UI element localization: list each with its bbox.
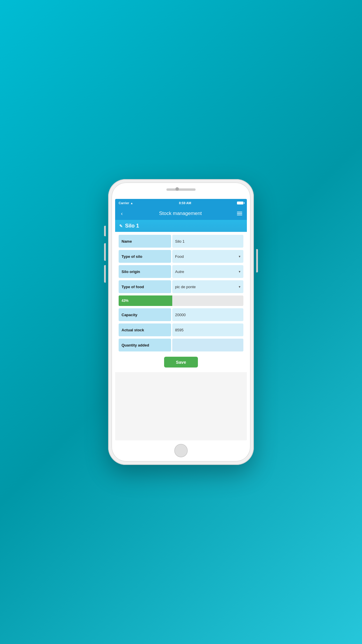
form-row-name: Name Silo 1 [119, 235, 243, 248]
screen: Carrier ▲ 8:59 AM ‹ Stock management ✎ [115, 199, 247, 440]
carrier-label: Carrier [119, 201, 129, 205]
type-of-food-label: Type of food [122, 285, 144, 289]
phone-body: Carrier ▲ 8:59 AM ‹ Stock management ✎ [112, 183, 250, 461]
menu-line-3 [237, 215, 242, 215]
back-button[interactable]: ‹ [119, 209, 124, 218]
silo-origin-value: Autre [175, 270, 184, 274]
section-title: Silo 1 [125, 223, 139, 229]
side-button-vol-down [104, 265, 106, 283]
side-button-power [256, 249, 258, 272]
form-row-type-of-silo: Type of silo Food ▼ [119, 250, 243, 263]
type-of-food-chevron-down-icon: ▼ [238, 285, 241, 288]
progress-bar-row: 43% [119, 295, 243, 306]
edit-icon: ✎ [119, 224, 123, 228]
phone-speaker [166, 188, 196, 191]
save-button[interactable]: Save [164, 357, 198, 368]
battery-icon [237, 202, 243, 204]
nav-bar: ‹ Stock management [115, 207, 247, 220]
name-label: Name [122, 239, 132, 244]
save-row: Save [119, 354, 243, 369]
side-button-mute [104, 226, 106, 236]
actual-stock-value: 8595 [175, 328, 184, 332]
type-of-silo-label-cell: Type of silo [119, 250, 171, 263]
name-value: Silo 1 [175, 239, 185, 244]
type-of-silo-label: Type of silo [122, 254, 142, 259]
quantity-added-label: Quantity added [122, 343, 149, 347]
form-row-silo-origin: Silo origin Autre ▼ [119, 265, 243, 278]
actual-stock-value-cell[interactable]: 8595 [172, 323, 243, 336]
capacity-label-cell: Capacity [119, 308, 171, 321]
type-of-food-value: pic de ponte [175, 285, 196, 289]
menu-line-2 [237, 213, 242, 214]
form-content: Name Silo 1 Type of silo Food ▼ [115, 232, 247, 372]
name-label-cell: Name [119, 235, 171, 248]
form-row-quantity-added: Quantity added [119, 339, 243, 351]
type-of-food-dropdown[interactable]: pic de ponte ▼ [172, 280, 243, 293]
status-bar: Carrier ▲ 8:59 AM [115, 199, 247, 207]
capacity-value: 20000 [175, 313, 186, 317]
section-header: ✎ Silo 1 [115, 220, 247, 232]
wifi-icon: ▲ [130, 202, 133, 205]
capacity-label: Capacity [122, 313, 137, 317]
name-value-cell[interactable]: Silo 1 [172, 235, 243, 248]
silo-origin-chevron-down-icon: ▼ [238, 270, 241, 273]
phone-camera [175, 187, 179, 191]
form-row-capacity: Capacity 20000 [119, 308, 243, 321]
time-display: 8:59 AM [179, 201, 191, 205]
quantity-added-input-cell[interactable] [172, 339, 243, 351]
status-bar-left: Carrier ▲ [119, 201, 133, 205]
actual-stock-label: Actual stock [122, 328, 144, 332]
quantity-added-input[interactable] [175, 343, 240, 347]
actual-stock-label-cell: Actual stock [119, 323, 171, 336]
type-of-silo-dropdown[interactable]: Food ▼ [172, 250, 243, 263]
quantity-added-label-cell: Quantity added [119, 339, 171, 351]
form-row-actual-stock: Actual stock 8595 [119, 323, 243, 336]
silo-origin-label-cell: Silo origin [119, 265, 171, 278]
menu-line-1 [237, 212, 242, 212]
progress-label: 43% [122, 299, 129, 303]
phone-frame: Carrier ▲ 8:59 AM ‹ Stock management ✎ [108, 179, 254, 465]
silo-origin-dropdown[interactable]: Autre ▼ [172, 265, 243, 278]
home-button[interactable] [174, 444, 188, 457]
side-button-vol-up [104, 243, 106, 261]
type-of-silo-value: Food [175, 254, 184, 259]
menu-button[interactable] [236, 211, 243, 216]
capacity-value-cell[interactable]: 20000 [172, 308, 243, 321]
type-of-food-label-cell: Type of food [119, 280, 171, 293]
silo-origin-label: Silo origin [122, 270, 140, 274]
form-row-type-of-food: Type of food pic de ponte ▼ [119, 280, 243, 293]
type-of-silo-chevron-down-icon: ▼ [238, 255, 241, 258]
nav-title: Stock management [159, 211, 202, 216]
